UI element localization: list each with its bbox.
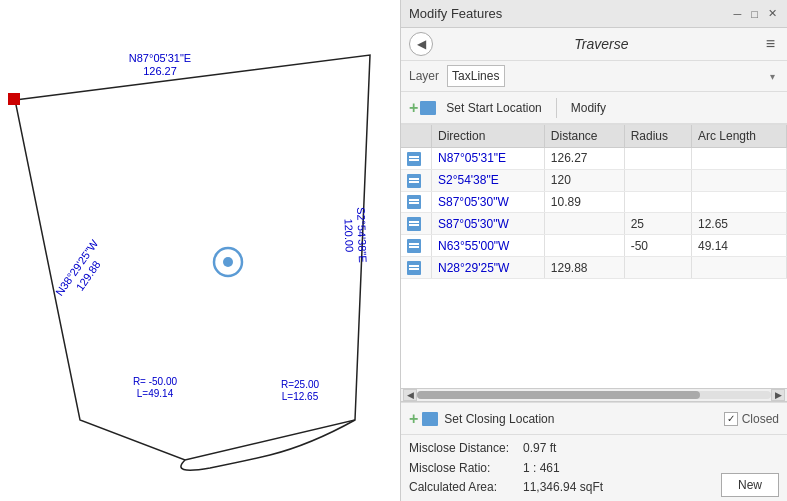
svg-rect-0 <box>0 0 400 501</box>
direction-cell: S87°05'30"W <box>432 191 545 213</box>
col-icon <box>401 125 432 148</box>
row-icon-cell <box>401 169 432 191</box>
horizontal-scrollbar[interactable]: ◀ ▶ <box>401 388 787 402</box>
col-distance: Distance <box>544 125 624 148</box>
closed-checkbox-area: ✓ Closed <box>724 412 779 426</box>
direction-row-icon <box>407 261 421 275</box>
row-icon-cell <box>401 213 432 235</box>
modify-features-panel: Modify Features ─ □ ✕ ◀ Traverse ≡ Layer… <box>400 0 787 501</box>
distance-cell <box>544 235 624 257</box>
direction-cell: S2°54'38"E <box>432 169 545 191</box>
svg-text:N87°05'31"E: N87°05'31"E <box>129 52 191 64</box>
row-icon-cell <box>401 257 432 279</box>
closing-toolbar: + Set Closing Location ✓ Closed <box>401 402 787 434</box>
arc-length-cell: 12.65 <box>691 213 786 235</box>
col-arc-length: Arc Length <box>691 125 786 148</box>
radius-cell <box>624 169 691 191</box>
distance-cell: 126.27 <box>544 148 624 170</box>
svg-text:120.00: 120.00 <box>342 218 355 252</box>
table-row[interactable]: N63°55'00"W-5049.14 <box>401 235 787 257</box>
traverse-table-container[interactable]: Direction Distance Radius Arc Length N87… <box>401 124 787 388</box>
misclose-ratio-row: Misclose Ratio: 1 : 461 <box>409 459 713 478</box>
panel-title: Modify Features <box>409 6 732 21</box>
table-row[interactable]: N87°05'31"E126.27 <box>401 148 787 170</box>
arc-length-cell: 49.14 <box>691 235 786 257</box>
svg-text:L=12.65: L=12.65 <box>282 391 319 402</box>
direction-row-icon <box>407 217 421 231</box>
table-header-row: Direction Distance Radius Arc Length <box>401 125 787 148</box>
misclose-distance-row: Misclose Distance: 0.97 ft <box>409 439 713 458</box>
distance-cell: 10.89 <box>544 191 624 213</box>
radius-cell <box>624 257 691 279</box>
close-button[interactable]: ✕ <box>766 7 779 20</box>
closed-checkbox-label: Closed <box>742 412 779 426</box>
svg-text:L=49.14: L=49.14 <box>137 388 174 399</box>
table-row[interactable]: S2°54'38"E120 <box>401 169 787 191</box>
svg-text:R=25.00: R=25.00 <box>281 379 320 390</box>
scroll-track <box>417 391 771 399</box>
direction-row-icon <box>407 174 421 188</box>
new-button[interactable]: New <box>721 473 779 497</box>
radius-cell: 25 <box>624 213 691 235</box>
set-start-icon-group: + <box>409 99 436 117</box>
arc-length-cell <box>691 191 786 213</box>
back-button[interactable]: ◀ <box>409 32 433 56</box>
scroll-right-button[interactable]: ▶ <box>771 389 785 401</box>
table-row[interactable]: S87°05'30"W2512.65 <box>401 213 787 235</box>
table-row[interactable]: S87°05'30"W10.89 <box>401 191 787 213</box>
closed-checkbox[interactable]: ✓ <box>724 412 738 426</box>
calculated-area-row: Calculated Area: 11,346.94 sqFt <box>409 478 713 497</box>
col-direction: Direction <box>432 125 545 148</box>
calculated-area-label: Calculated Area: <box>409 478 519 497</box>
layer-select-wrapper: TaxLines <box>447 65 779 87</box>
scroll-thumb[interactable] <box>417 391 700 399</box>
misclose-distance-label: Misclose Distance: <box>409 439 519 458</box>
closing-plus-icon: + <box>409 410 418 428</box>
closing-flag-icon <box>422 412 438 426</box>
panel-header: ◀ Traverse ≡ <box>401 28 787 61</box>
toolbar-row: + Set Start Location Modify <box>401 92 787 124</box>
table-row[interactable]: N28°29'25"W129.88 <box>401 257 787 279</box>
traverse-table: Direction Distance Radius Arc Length N87… <box>401 125 787 279</box>
radius-cell <box>624 191 691 213</box>
direction-row-icon <box>407 195 421 209</box>
calculated-area-value: 11,346.94 sqFt <box>523 478 603 497</box>
svg-text:S2°54'38"E: S2°54'38"E <box>355 207 369 263</box>
arc-length-cell <box>691 169 786 191</box>
direction-cell: S87°05'30"W <box>432 213 545 235</box>
arc-length-cell <box>691 257 786 279</box>
misclose-ratio-value: 1 : 461 <box>523 459 560 478</box>
row-icon-cell <box>401 191 432 213</box>
arc-length-cell <box>691 148 786 170</box>
map-canvas: N87°05'31"E 126.27 N38°29'25"W 129.88 S2… <box>0 0 400 501</box>
minimize-button[interactable]: ─ <box>732 8 744 20</box>
table-body: N87°05'31"E126.27S2°54'38"E120S87°05'30"… <box>401 148 787 279</box>
row-icon-cell <box>401 148 432 170</box>
direction-row-icon <box>407 152 421 166</box>
plus-icon: + <box>409 99 418 117</box>
direction-row-icon <box>407 239 421 253</box>
status-bar: Misclose Distance: 0.97 ft Misclose Rati… <box>401 434 787 501</box>
direction-cell: N63°55'00"W <box>432 235 545 257</box>
layer-row: Layer TaxLines <box>401 61 787 92</box>
closing-label: Set Closing Location <box>444 412 554 426</box>
back-icon: ◀ <box>417 37 426 51</box>
direction-cell: N28°29'25"W <box>432 257 545 279</box>
col-radius: Radius <box>624 125 691 148</box>
svg-point-4 <box>223 257 233 267</box>
misclose-ratio-label: Misclose Ratio: <box>409 459 519 478</box>
panel-titlebar: Modify Features ─ □ ✕ <box>401 0 787 28</box>
set-start-button[interactable]: Set Start Location <box>440 99 547 117</box>
status-info: Misclose Distance: 0.97 ft Misclose Rati… <box>409 439 713 497</box>
layer-select[interactable]: TaxLines <box>447 65 505 87</box>
restore-button[interactable]: □ <box>749 8 760 20</box>
scroll-left-button[interactable]: ◀ <box>403 389 417 401</box>
modify-button[interactable]: Modify <box>565 99 612 117</box>
svg-text:126.27: 126.27 <box>143 65 177 77</box>
svg-rect-2 <box>8 93 20 105</box>
svg-text:R= -50.00: R= -50.00 <box>133 376 178 387</box>
menu-button[interactable]: ≡ <box>762 35 779 53</box>
distance-cell <box>544 213 624 235</box>
direction-cell: N87°05'31"E <box>432 148 545 170</box>
distance-cell: 129.88 <box>544 257 624 279</box>
